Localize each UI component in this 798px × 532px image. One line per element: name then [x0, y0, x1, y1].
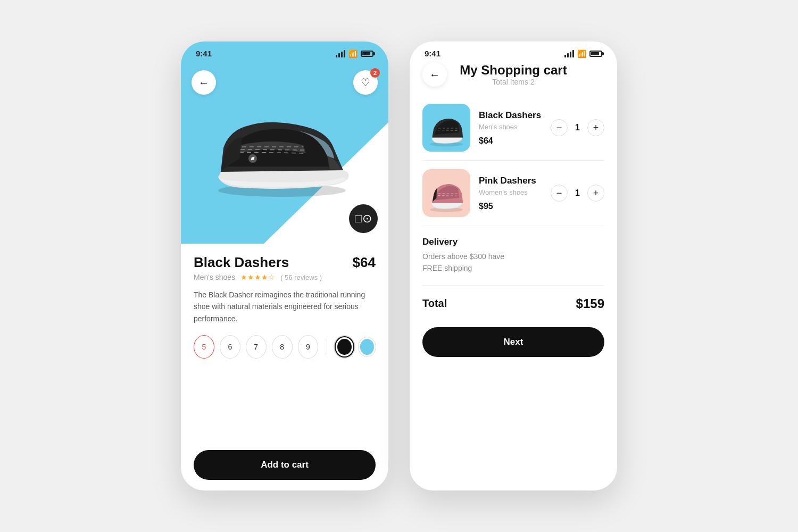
color-button-black[interactable] — [336, 337, 353, 356]
color-button-blue[interactable] — [359, 337, 376, 356]
shoe-svg — [192, 84, 372, 201]
cart-item-1-quantity: 1 — [575, 123, 580, 132]
product-description: The Black Dasher reimagines the traditio… — [194, 289, 376, 325]
back-icon: ← — [429, 69, 440, 81]
status-icons: 📶 — [564, 49, 602, 58]
size-button-6[interactable]: 6 — [220, 335, 240, 359]
size-color-divider — [327, 339, 327, 355]
cart-item-1-decrease-button[interactable]: − — [551, 119, 568, 136]
ar-button[interactable]: □⊙ — [349, 204, 378, 233]
cart-header: ← My Shopping cart Total Items 2 — [410, 62, 617, 95]
wifi-icon: 📶 — [348, 49, 358, 58]
cart-item-1-increase-button[interactable]: + — [587, 119, 604, 136]
total-amount: $159 — [576, 296, 604, 311]
back-button[interactable]: ← — [192, 70, 216, 95]
hero-section: 9:41 📶 ← ♡ 2 — [181, 41, 388, 244]
battery-icon — [589, 51, 602, 57]
signal-icon — [564, 50, 574, 57]
wishlist-badge: 2 — [370, 68, 380, 78]
cart-subtitle: Total Items 2 — [447, 78, 580, 86]
cart-item-1: Black Dashers Men's shoes $64 − 1 + — [422, 95, 604, 161]
qty-row-2: − 1 + — [551, 185, 604, 202]
product-subheader: Men's shoes ★★★★☆ ( 56 reviews ) — [194, 273, 376, 281]
cart-item-1-qty-control: − 1 + — [551, 119, 604, 136]
size-button-5[interactable]: 5 — [194, 335, 214, 359]
time: 9:41 — [425, 49, 440, 58]
back-icon: ← — [198, 77, 209, 89]
cart-item-1-name: Black Dashers — [479, 110, 542, 121]
size-selector: 5 6 7 8 9 — [194, 335, 376, 359]
total-label: Total — [422, 297, 447, 310]
signal-icon — [336, 50, 345, 57]
review-count: ( 56 reviews ) — [280, 273, 322, 281]
add-to-cart-button[interactable]: Add to cart — [194, 450, 376, 480]
size-button-8[interactable]: 8 — [272, 335, 293, 359]
total-row: Total $159 — [422, 286, 604, 322]
cart-item-2-info: Pink Dashers Women's shoes $95 — [479, 176, 542, 211]
size-row: 5 6 7 8 9 — [194, 335, 376, 359]
delivery-title: Delivery — [422, 237, 604, 247]
cart-item-2: Pink Dashers Women's shoes $95 − 1 + — [422, 161, 604, 226]
cart-item-2-increase-button[interactable]: + — [587, 185, 604, 202]
heart-icon: ♡ — [361, 76, 370, 89]
status-icons: 📶 — [336, 49, 373, 58]
delivery-section: Delivery Orders above $300 have FREE shi… — [422, 226, 604, 286]
pink-dasher-thumbnail — [425, 172, 468, 214]
status-bar: 9:41 📶 — [181, 41, 388, 62]
size-button-7[interactable]: 7 — [246, 335, 267, 359]
product-detail-screen: 9:41 📶 ← ♡ 2 — [181, 41, 388, 491]
cart-item-2-decrease-button[interactable]: − — [551, 185, 568, 202]
product-category: Men's shoes — [194, 273, 235, 281]
next-button[interactable]: Next — [422, 327, 604, 357]
star-rating: ★★★★☆ — [240, 273, 275, 281]
wishlist-button[interactable]: ♡ 2 — [353, 70, 378, 95]
cart-title: My Shopping cart — [447, 63, 580, 78]
ar-icon: □⊙ — [355, 212, 371, 226]
status-bar: 9:41 📶 — [410, 41, 617, 62]
svg-line-2 — [240, 149, 304, 150]
wifi-icon: 📶 — [577, 49, 586, 58]
cart-item-1-category: Men's shoes — [479, 123, 542, 131]
cart-item-2-price: $95 — [479, 202, 542, 211]
cart-item-2-category: Women's shoes — [479, 188, 542, 196]
qty-row-1: − 1 + — [551, 119, 604, 136]
cart-item-1-info: Black Dashers Men's shoes $64 — [479, 110, 542, 146]
product-detail-body: Black Dashers $64 Men's shoes ★★★★☆ ( 56… — [181, 244, 388, 491]
product-header: Black Dashers $64 — [194, 254, 376, 271]
delivery-text-line1: Orders above $300 have — [422, 252, 504, 261]
size-button-9[interactable]: 9 — [298, 335, 319, 359]
cart-item-2-name: Pink Dashers — [479, 176, 542, 186]
cart-item-1-price: $64 — [479, 136, 542, 146]
cart-back-button[interactable]: ← — [422, 62, 447, 87]
delivery-text-line2: FREE shipping — [422, 264, 472, 272]
time: 9:41 — [196, 49, 212, 58]
shopping-cart-screen: 9:41 📶 ← My Shopping cart Total Items 2 — [410, 41, 617, 491]
cart-item-2-quantity: 1 — [575, 188, 580, 198]
cart-item-2-qty-control: − 1 + — [551, 185, 604, 202]
black-dasher-thumbnail — [425, 106, 468, 149]
cart-body: Black Dashers Men's shoes $64 − 1 + — [410, 95, 617, 491]
product-price: $64 — [353, 254, 376, 271]
product-name: Black Dashers — [194, 254, 289, 271]
cart-title-block: My Shopping cart Total Items 2 — [447, 63, 580, 86]
cart-item-1-image — [422, 104, 470, 152]
cart-item-2-image — [422, 169, 470, 217]
product-image — [192, 68, 372, 217]
delivery-text: Orders above $300 have FREE shipping — [422, 251, 604, 275]
battery-icon — [361, 51, 373, 57]
